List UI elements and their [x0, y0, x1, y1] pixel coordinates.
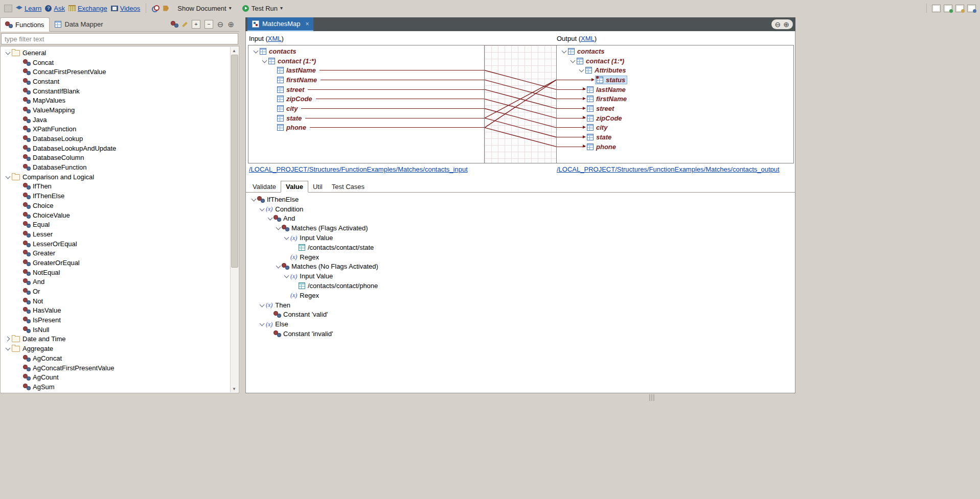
function-tree-item[interactable]: ConcatFirstPresentValue [1, 67, 239, 77]
edit-function-icon[interactable] [182, 21, 188, 27]
function-tree-item[interactable]: ChoiceValue [1, 210, 239, 220]
value-tree-row[interactable]: Matches (No Flags Activated) [246, 262, 795, 272]
value-tree-row[interactable]: IfThenElse [246, 195, 795, 204]
input-tree-row[interactable]: firstName [248, 75, 484, 85]
chevron-down-icon[interactable] [260, 302, 265, 307]
function-tree-scrollbar[interactable]: ▲ ▼ [230, 47, 238, 392]
value-tree-row[interactable]: (x)Input Value [246, 233, 795, 243]
ask-link[interactable]: ? Ask [45, 5, 65, 12]
input-tree-row[interactable]: phone [248, 123, 484, 133]
function-tree-item[interactable]: Greater [1, 248, 239, 258]
value-tree-row[interactable]: Matches (Flags Activated) [246, 223, 795, 233]
tab-value[interactable]: Value [281, 181, 308, 193]
chevron-down-icon[interactable] [561, 48, 566, 53]
value-tree-row[interactable]: (x)Else [246, 319, 795, 329]
function-tree-item[interactable]: IfThen [1, 182, 239, 192]
function-tree-item[interactable]: ConstantIfBlank [1, 86, 239, 96]
tab-validate[interactable]: Validate [248, 181, 281, 192]
output-tree-row[interactable]: status [557, 75, 793, 85]
function-tree-item[interactable]: Date and Time [1, 335, 239, 344]
output-tree-row[interactable]: lastName [557, 85, 793, 94]
input-structure-link[interactable]: /LOCAL_PROJECT/Structures/FunctionExampl… [249, 165, 468, 173]
videos-link[interactable]: Videos [111, 5, 141, 12]
input-tree-row[interactable]: city [248, 104, 484, 113]
chevron-right-icon[interactable] [5, 337, 10, 342]
chevron-down-icon[interactable] [260, 206, 265, 211]
function-tree-item[interactable]: MapValues [1, 96, 239, 105]
minimap-icon[interactable] [967, 5, 976, 12]
chevron-down-icon[interactable] [284, 235, 289, 240]
function-tree-item[interactable]: Lesser [1, 229, 239, 239]
chevron-down-icon[interactable] [5, 174, 10, 179]
expand-all-button[interactable]: + [192, 20, 200, 29]
function-tree-item[interactable]: Constant [1, 77, 239, 86]
function-tree-item[interactable]: DatabaseLookupAndUpdate [1, 144, 239, 153]
function-tree-item[interactable]: DatabaseLookup [1, 134, 239, 144]
new-function-icon[interactable] [171, 21, 178, 27]
output-tree-row[interactable]: contacts [557, 46, 793, 56]
tab-data-mapper[interactable]: Data Mapper [50, 17, 108, 31]
function-tree-item[interactable]: Concat [1, 58, 239, 67]
value-tree-row[interactable]: /contacts/contact/state [246, 243, 795, 252]
value-tree-row[interactable]: (x)Input Value [246, 271, 795, 281]
chevron-down-icon[interactable] [570, 58, 575, 63]
function-tree-item[interactable]: IsNull [1, 325, 239, 335]
scroll-up-icon[interactable]: ▲ [231, 47, 238, 54]
exchange-link[interactable]: Exchange [69, 5, 107, 12]
function-tree-item[interactable]: Equal [1, 220, 239, 229]
value-tree-row[interactable]: And [246, 214, 795, 224]
scroll-down-icon[interactable]: ▼ [231, 385, 238, 392]
input-tree-row[interactable]: state [248, 113, 484, 123]
collapse-all-button[interactable]: − [204, 20, 213, 29]
chevron-down-icon[interactable] [268, 216, 273, 221]
output-tree-row[interactable]: zipCode [557, 113, 793, 123]
output-tree-row[interactable]: firstName [557, 94, 793, 104]
output-tree-row[interactable]: Attributes [557, 65, 793, 75]
output-structure-link[interactable]: /LOCAL_PROJECT/Structures/FunctionExampl… [557, 165, 780, 173]
function-tree-item[interactable]: IfThenElse [1, 191, 239, 201]
function-tree-item[interactable]: HasValue [1, 306, 239, 316]
function-tree-item[interactable]: IsPresent [1, 315, 239, 325]
function-tree-item[interactable]: Java [1, 115, 239, 125]
chevron-down-icon[interactable] [260, 321, 265, 326]
chevron-down-icon[interactable] [262, 58, 267, 63]
chevron-down-icon[interactable] [5, 346, 10, 351]
chevron-down-icon[interactable] [253, 48, 258, 53]
value-tree-row[interactable]: (x)Regex [246, 291, 795, 300]
function-tree-item[interactable]: ValueMapping [1, 105, 239, 115]
output-tree-row[interactable]: street [557, 104, 793, 113]
tab-test-cases[interactable]: Test Cases [327, 181, 369, 192]
learn-link[interactable]: Learn [16, 5, 41, 12]
input-tree-row[interactable]: contact (1:*) [248, 56, 484, 66]
minimize-view-icon[interactable]: ⊖ [775, 21, 781, 28]
scrollbar-thumb[interactable] [231, 55, 238, 268]
function-tree-item[interactable]: Or [1, 287, 239, 296]
function-tree-item[interactable]: AgConcatFirstPresentValue [1, 363, 239, 373]
function-tree-item[interactable]: And [1, 277, 239, 287]
test-run-dropdown[interactable]: Test Run ▾ [242, 5, 283, 12]
value-tree-row[interactable]: (x)Regex [246, 252, 795, 262]
output-tree-row[interactable]: phone [557, 142, 793, 152]
show-document-dropdown[interactable]: Show Document ▾ [177, 5, 231, 12]
input-tree-row[interactable]: street [248, 85, 484, 94]
function-tree-item[interactable]: AgConcat [1, 353, 239, 363]
function-tree-item[interactable]: AgSum [1, 382, 239, 392]
function-filter-input[interactable] [1, 33, 238, 44]
input-tree-row[interactable]: zipCode [248, 94, 484, 104]
input-tree-row[interactable]: contacts [248, 46, 484, 56]
output-tree-row[interactable]: contact (1:*) [557, 56, 793, 66]
connect-icon[interactable] [152, 5, 159, 11]
output-tree-row[interactable]: state [557, 132, 793, 142]
function-tree-item[interactable]: NotEqual [1, 268, 239, 277]
function-tree-item[interactable]: Choice [1, 201, 239, 210]
window-layout-icon[interactable] [932, 5, 941, 12]
value-tree-row[interactable]: (x)Then [246, 300, 795, 310]
chevron-down-icon[interactable] [579, 67, 584, 73]
tag-icon[interactable] [163, 6, 169, 11]
function-tree-item[interactable]: DatabaseColumn [1, 153, 239, 163]
chevron-down-icon[interactable] [276, 225, 281, 230]
chevron-down-icon[interactable] [5, 50, 10, 55]
chevron-down-icon[interactable] [276, 264, 281, 269]
value-tree-row[interactable]: Constant 'valid' [246, 310, 795, 320]
expand-panel-icon[interactable]: ⊕ [227, 20, 234, 28]
